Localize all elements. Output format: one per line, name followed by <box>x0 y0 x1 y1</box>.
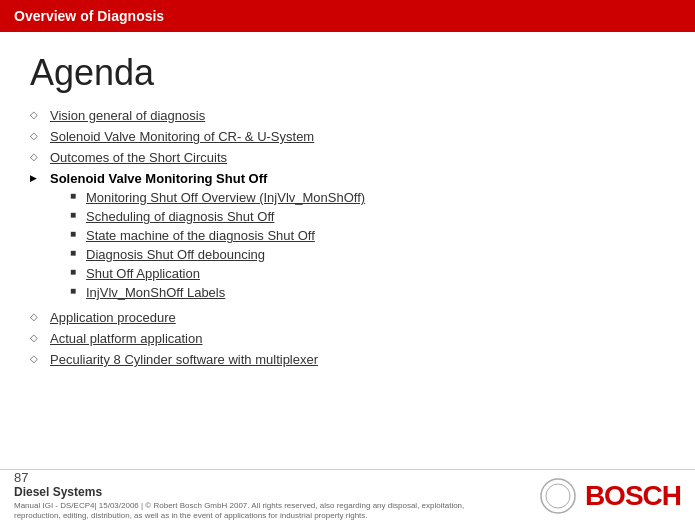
sub-bullet-icon: ■ <box>70 190 80 201</box>
agenda-item-label: Outcomes of the Short Circuits <box>50 150 227 165</box>
agenda-item-solenoid-cr: ◇Solenoid Valve Monitoring of CR- & U-Sy… <box>30 129 665 144</box>
bullet-icon: ◇ <box>30 311 42 322</box>
sub-list-item: ■Diagnosis Shut Off debouncing <box>70 247 365 262</box>
sub-bullet-icon: ■ <box>70 209 80 220</box>
sub-item-label: Diagnosis Shut Off debouncing <box>86 247 265 262</box>
svg-point-1 <box>546 484 570 508</box>
page-number: 87 <box>14 470 28 485</box>
sub-item-label: InjVlv_MonShOff Labels <box>86 285 225 300</box>
main-content: Agenda ◇Vision general of diagnosis◇Sole… <box>0 32 695 383</box>
agenda-item-label: Application procedure <box>50 310 176 325</box>
agenda-item-peculiarity: ◇Peculiarity 8 Cylinder software with mu… <box>30 352 665 367</box>
header-bar: Overview of Diagnosis <box>0 0 695 32</box>
sub-item-label: Monitoring Shut Off Overview (InjVlv_Mon… <box>86 190 365 205</box>
footer-copyright: Manual IGI - DS/ECP4| 15/03/2006 | © Rob… <box>14 501 474 521</box>
agenda-item-label: Solenoid Valve Monitoring Shut Off <box>50 171 365 186</box>
page-title: Agenda <box>30 52 665 94</box>
sub-list-item: ■InjVlv_MonShOff Labels <box>70 285 365 300</box>
sub-list-item: ■Shut Off Application <box>70 266 365 281</box>
agenda-item-app-procedure: ◇Application procedure <box>30 310 665 325</box>
sub-item-label: Scheduling of diagnosis Shut Off <box>86 209 274 224</box>
sub-list-item: ■Scheduling of diagnosis Shut Off <box>70 209 365 224</box>
sub-list: ■Monitoring Shut Off Overview (InjVlv_Mo… <box>70 190 365 304</box>
footer-right: BOSCH <box>539 477 681 515</box>
sub-bullet-icon: ■ <box>70 247 80 258</box>
bullet-icon: ◇ <box>30 130 42 141</box>
sub-list-item: ■Monitoring Shut Off Overview (InjVlv_Mo… <box>70 190 365 205</box>
sub-bullet-icon: ■ <box>70 228 80 239</box>
header-title: Overview of Diagnosis <box>14 8 164 24</box>
sub-item-label: Shut Off Application <box>86 266 200 281</box>
bosch-circle-icon <box>539 477 577 515</box>
agenda-item-vision: ◇Vision general of diagnosis <box>30 108 665 123</box>
agenda-item-actual-platform: ◇Actual platform application <box>30 331 665 346</box>
bosch-logo-text: BOSCH <box>585 480 681 512</box>
agenda-list: ◇Vision general of diagnosis◇Solenoid Va… <box>30 108 665 367</box>
agenda-item-label: Actual platform application <box>50 331 202 346</box>
agenda-item-label: Vision general of diagnosis <box>50 108 205 123</box>
sub-bullet-icon: ■ <box>70 285 80 296</box>
agenda-item-short-circuits: ◇Outcomes of the Short Circuits <box>30 150 665 165</box>
footer-company: Diesel Systems <box>14 485 474 499</box>
footer-left: 87 Diesel Systems Manual IGI - DS/ECP4| … <box>14 470 474 521</box>
bullet-icon: ▸ <box>30 171 42 185</box>
agenda-item-label: Peculiarity 8 Cylinder software with mul… <box>50 352 318 367</box>
sub-item-label: State machine of the diagnosis Shut Off <box>86 228 315 243</box>
bullet-icon: ◇ <box>30 332 42 343</box>
agenda-item-label: Solenoid Valve Monitoring of CR- & U-Sys… <box>50 129 314 144</box>
footer: 87 Diesel Systems Manual IGI - DS/ECP4| … <box>0 469 695 521</box>
bullet-icon: ◇ <box>30 109 42 120</box>
bullet-icon: ◇ <box>30 353 42 364</box>
agenda-item-solenoid-shut-off: ▸Solenoid Valve Monitoring Shut Off■Moni… <box>30 171 665 304</box>
sub-bullet-icon: ■ <box>70 266 80 277</box>
sub-list-item: ■State machine of the diagnosis Shut Off <box>70 228 365 243</box>
bullet-icon: ◇ <box>30 151 42 162</box>
